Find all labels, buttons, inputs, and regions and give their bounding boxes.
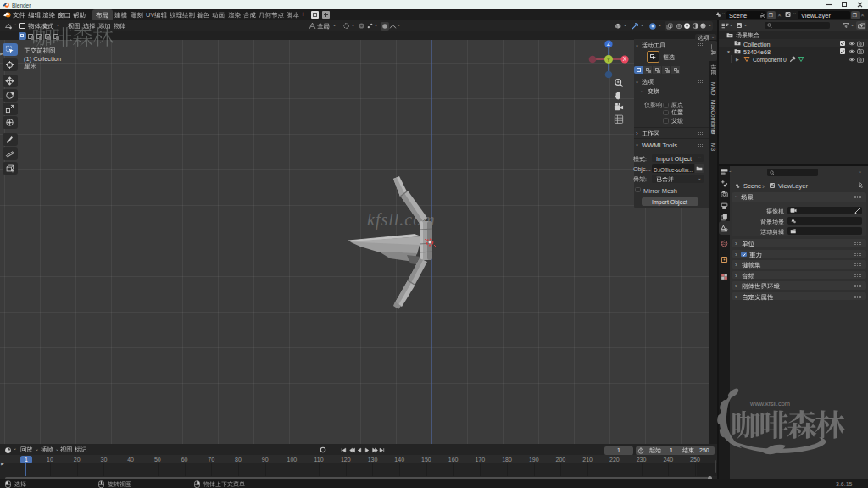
svg-text:X: X: [623, 56, 627, 62]
svg-text:Y: Y: [607, 57, 611, 63]
svg-text:Z: Z: [607, 41, 610, 47]
